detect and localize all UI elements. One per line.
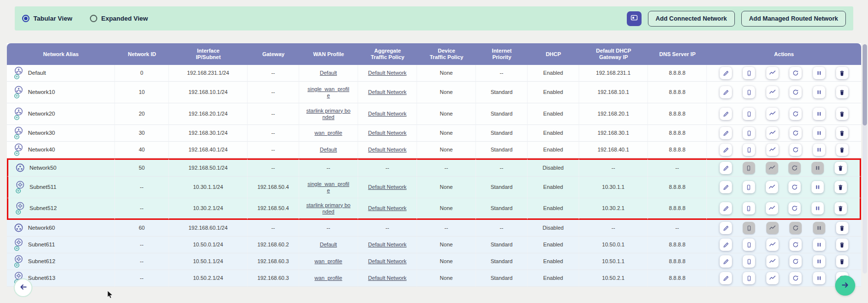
refresh-action-button[interactable] bbox=[789, 86, 802, 98]
traffic-action-button[interactable] bbox=[766, 272, 779, 284]
clients-action-button[interactable] bbox=[743, 202, 755, 214]
traffic-action-button[interactable] bbox=[766, 127, 779, 139]
pause-action-button[interactable] bbox=[813, 272, 825, 284]
scrollbar-thumb[interactable] bbox=[863, 44, 867, 125]
wan-profile-link[interactable]: Default bbox=[320, 147, 337, 152]
cell-interface-ip: 192.168.60.1/24 bbox=[169, 220, 248, 237]
delete-action-button[interactable] bbox=[836, 127, 848, 139]
refresh-action-button[interactable] bbox=[789, 67, 802, 79]
radio-tabular-view[interactable]: Tabular View bbox=[22, 15, 72, 22]
refresh-action-button[interactable] bbox=[789, 272, 802, 284]
aggregate-policy-link[interactable]: Default Network bbox=[368, 89, 406, 95]
pause-action-button[interactable] bbox=[813, 108, 825, 120]
wan-profile-link[interactable]: wan_profile bbox=[314, 258, 342, 264]
refresh-action-button[interactable] bbox=[789, 144, 802, 156]
wan-profile-link[interactable]: wan_profile bbox=[314, 130, 342, 136]
traffic-action-button bbox=[766, 162, 778, 174]
refresh-action-button[interactable] bbox=[789, 127, 802, 139]
wan-profile-link[interactable]: Default bbox=[320, 70, 337, 76]
pause-action-button[interactable] bbox=[813, 144, 825, 156]
pause-action-button[interactable] bbox=[813, 67, 825, 79]
add-managed-routed-network-button[interactable]: Add Managed Routed Network bbox=[741, 11, 846, 27]
edit-action-button[interactable] bbox=[720, 67, 732, 79]
aggregate-policy-link[interactable]: Default Network bbox=[368, 147, 406, 152]
clients-action-button[interactable] bbox=[743, 67, 755, 79]
pause-action-button[interactable] bbox=[813, 255, 825, 268]
wan-profile-link[interactable]: single_wan_profile bbox=[308, 86, 349, 98]
delete-action-button[interactable] bbox=[836, 144, 848, 156]
aggregate-policy-link[interactable]: Default Network bbox=[368, 130, 406, 136]
clients-action-button[interactable] bbox=[743, 272, 755, 284]
edit-action-button[interactable] bbox=[720, 181, 732, 193]
refresh-action-button[interactable] bbox=[788, 202, 801, 214]
edit-action-button[interactable] bbox=[720, 272, 732, 284]
wan-profile-link[interactable]: starlink primary bonded bbox=[307, 202, 351, 214]
wan-profile-link[interactable]: Default bbox=[320, 242, 337, 247]
aggregate-policy-link[interactable]: Default Network bbox=[368, 205, 406, 211]
pause-action-button[interactable] bbox=[812, 202, 824, 214]
traffic-action-button[interactable] bbox=[766, 255, 779, 268]
pause-action-button[interactable] bbox=[813, 239, 825, 251]
radio-expanded-view[interactable]: Expanded View bbox=[90, 15, 148, 22]
device-icon bbox=[746, 111, 752, 117]
delete-action-button[interactable] bbox=[836, 67, 848, 79]
delete-action-button[interactable] bbox=[835, 162, 847, 174]
delete-action-button[interactable] bbox=[836, 86, 848, 98]
delete-action-button[interactable] bbox=[835, 181, 847, 193]
edit-action-button[interactable] bbox=[720, 86, 732, 98]
pause-action-button[interactable] bbox=[813, 86, 825, 98]
wan-profile-link[interactable]: wan_profile bbox=[314, 275, 342, 281]
edit-action-button[interactable] bbox=[720, 202, 732, 214]
edit-action-button[interactable] bbox=[720, 162, 732, 174]
grid-view-button[interactable] bbox=[627, 11, 642, 26]
refresh-action-button[interactable] bbox=[789, 255, 802, 268]
aggregate-policy-link[interactable]: Default Network bbox=[368, 275, 406, 281]
next-page-button[interactable] bbox=[835, 275, 855, 296]
edit-action-button[interactable] bbox=[720, 127, 732, 139]
edit-action-button[interactable] bbox=[720, 222, 732, 234]
delete-action-button[interactable] bbox=[836, 239, 848, 251]
delete-action-button[interactable] bbox=[836, 255, 848, 268]
cell-dhcp: Enabled bbox=[528, 125, 579, 142]
table-scrollbar[interactable] bbox=[863, 44, 867, 273]
traffic-action-button[interactable] bbox=[766, 181, 778, 193]
refresh-action-button[interactable] bbox=[789, 108, 802, 120]
refresh-action-button[interactable] bbox=[788, 181, 801, 193]
delete-action-button[interactable] bbox=[836, 222, 848, 234]
aggregate-policy-link[interactable]: Default Network bbox=[368, 70, 406, 76]
traffic-action-button[interactable] bbox=[766, 202, 778, 214]
aggregate-policy-link[interactable]: Default Network bbox=[368, 258, 406, 264]
clients-action-button[interactable] bbox=[743, 239, 755, 251]
wan-profile-link[interactable]: single_wan_profile bbox=[308, 181, 349, 193]
traffic-action-button[interactable] bbox=[766, 108, 779, 120]
clients-action-button[interactable] bbox=[743, 255, 755, 268]
edit-action-button[interactable] bbox=[720, 108, 732, 120]
traffic-action-button[interactable] bbox=[766, 144, 779, 156]
cell-network-id: 0 bbox=[115, 65, 169, 82]
aggregate-policy-link[interactable]: Default Network bbox=[368, 111, 406, 117]
aggregate-policy-link[interactable]: Default Network bbox=[368, 242, 406, 247]
column-header-aggregate-policy: Aggregate Traffic Policy bbox=[358, 43, 417, 65]
edit-action-button[interactable] bbox=[720, 239, 732, 251]
device-icon bbox=[746, 242, 752, 248]
clients-action-button[interactable] bbox=[743, 181, 755, 193]
traffic-action-button[interactable] bbox=[766, 86, 779, 98]
aggregate-policy-link[interactable]: Default Network bbox=[368, 184, 406, 190]
traffic-action-button[interactable] bbox=[766, 67, 779, 79]
pause-action-button[interactable] bbox=[813, 127, 825, 139]
pause-action-button[interactable] bbox=[812, 181, 824, 193]
cell-device-policy: None bbox=[417, 82, 476, 103]
clients-action-button[interactable] bbox=[743, 127, 755, 139]
refresh-action-button[interactable] bbox=[789, 239, 802, 251]
add-connected-network-button[interactable]: Add Connected Network bbox=[648, 11, 735, 27]
wan-profile-link[interactable]: starlink primary bonded bbox=[307, 108, 351, 120]
delete-action-button[interactable] bbox=[835, 202, 847, 214]
clients-action-button[interactable] bbox=[743, 144, 755, 156]
previous-page-button[interactable] bbox=[14, 278, 32, 297]
traffic-action-button[interactable] bbox=[766, 239, 779, 251]
clients-action-button[interactable] bbox=[743, 86, 755, 98]
clients-action-button[interactable] bbox=[743, 108, 755, 120]
delete-action-button[interactable] bbox=[836, 108, 848, 120]
edit-action-button[interactable] bbox=[720, 255, 732, 268]
edit-action-button[interactable] bbox=[720, 144, 732, 156]
